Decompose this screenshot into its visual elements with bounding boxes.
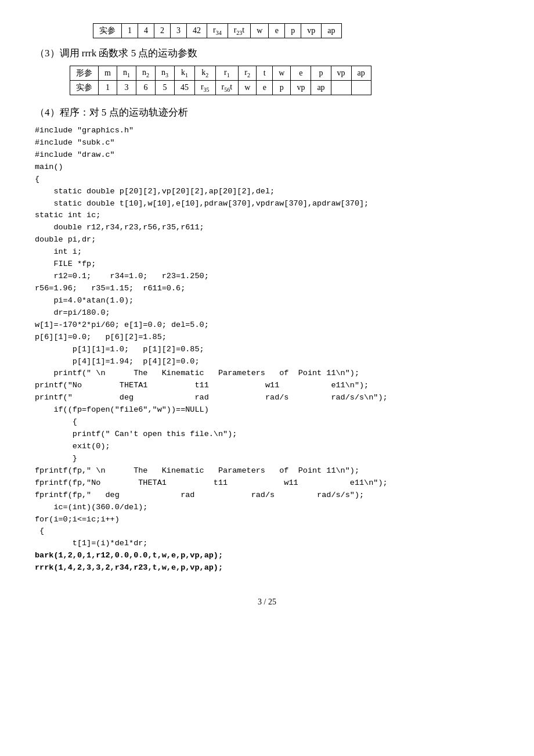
col-n1: n1 [117,66,136,81]
section3-title: （3）调用 rrrk 函数求 5 点的运动参数 [35,46,499,60]
actual-1: 1 [99,81,117,95]
table3-formal-label: 形参 [70,66,99,81]
table1-label: 实参 [93,24,122,38]
actual-3: 6 [136,81,155,95]
col-k1: k1 [174,66,194,81]
col-n2: n2 [136,66,155,81]
col-m: m [99,66,117,81]
section3: （3）调用 rrrk 函数求 5 点的运动参数 形参 m n1 n2 n3 k1… [35,46,499,95]
table1-val7: r23t [228,24,251,38]
actual-w: w [239,81,257,95]
col-k2: k2 [194,66,215,81]
col-n3: n3 [155,66,174,81]
actual-vp: vp [291,81,311,95]
table3-actual-label: 实参 [70,81,99,95]
col-p: p [311,66,331,81]
table1-val10: p [285,24,301,38]
col-e: e [291,66,311,81]
table1-val4: 3 [171,24,187,38]
col-w: w [273,66,291,81]
actual-e: e [257,81,273,95]
table1-val6: r34 [207,24,228,38]
table1-val11: vp [301,24,322,38]
table3-wrap: 形参 m n1 n2 n3 k1 k2 r1 r2 t w e p vp ap … [70,66,499,95]
actual-r56t: r56t [215,81,239,95]
col-r1: r1 [215,66,239,81]
actual-empty1 [331,81,351,95]
table1-val5: 42 [187,24,207,38]
col-vp: vp [331,66,351,81]
table1-val9: e [269,24,285,38]
col-t: t [257,66,273,81]
section4-title: （4）程序：对 5 点的运动轨迹分析 [35,106,499,119]
code-block: #include "graphics.h" #include "subk.c" … [35,125,499,574]
page-number: 3 / 25 [258,597,276,606]
actual-ap: ap [311,81,331,95]
actual-r35: r35 [194,81,215,95]
table1-val12: ap [322,24,341,38]
page-footer: 3 / 25 [35,597,499,607]
actual-4: 5 [155,81,174,95]
actual-empty2 [351,81,371,95]
actual-5: 45 [174,81,194,95]
col-ap: ap [351,66,371,81]
table3: 形参 m n1 n2 n3 k1 k2 r1 r2 t w e p vp ap … [70,66,371,95]
col-r2: r2 [239,66,257,81]
table1-val2: 4 [138,24,154,38]
table1: 实参 1 4 2 3 42 r34 r23t w e p vp ap [93,23,342,38]
top-table-wrap: 实参 1 4 2 3 42 r34 r23t w e p vp ap [93,23,499,38]
actual-p: p [273,81,291,95]
table1-val1: 1 [122,24,138,38]
table1-val8: w [251,24,269,38]
actual-2: 3 [117,81,136,95]
table1-val3: 2 [154,24,171,38]
section4: （4）程序：对 5 点的运动轨迹分析 #include "graphics.h"… [35,106,499,574]
